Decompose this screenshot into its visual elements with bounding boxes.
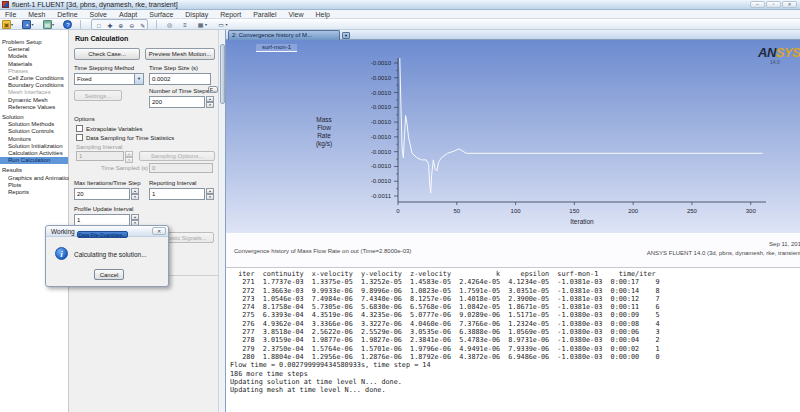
spin-down-icon[interactable]: ▼ xyxy=(206,102,214,108)
tree-item-dynamic-mesh[interactable]: Dynamic Mesh xyxy=(0,97,68,104)
save-case-dropdown-icon[interactable]: ▾ xyxy=(31,19,36,30)
menu-help[interactable]: Help xyxy=(310,10,334,19)
tree-item-mesh-interfaces[interactable]: Mesh Interfaces xyxy=(0,89,68,96)
probe-icon[interactable]: ✎ xyxy=(138,21,147,30)
magnify-icon[interactable]: ◎ xyxy=(165,20,174,29)
pan-icon[interactable]: ✚ xyxy=(105,21,114,30)
panel-scrollbar[interactable] xyxy=(218,30,225,412)
tree-item-models[interactable]: Models xyxy=(0,53,68,60)
time-stepping-method-select[interactable]: Fixed ▼ xyxy=(74,73,144,85)
tree-item-reference-values[interactable]: Reference Values xyxy=(0,104,68,111)
extrapolate-variables-checkbox[interactable] xyxy=(76,125,83,132)
check-case-button[interactable]: Check Case... xyxy=(74,48,140,60)
window-dropdown-icon[interactable]: ▾ xyxy=(226,19,231,30)
tree-item-solution-methods[interactable]: Solution Methods xyxy=(0,121,68,128)
sampling-interval-stepper[interactable]: ▲▼ xyxy=(125,151,133,161)
preview-mesh-motion-button[interactable]: Preview Mesh Motion... xyxy=(145,48,215,60)
tree-item-general[interactable]: General xyxy=(0,46,68,53)
tree-item-graphics-and-animations[interactable]: Graphics and Animations xyxy=(0,175,68,182)
profile-icon[interactable]: ≡ xyxy=(181,20,190,29)
tree-item-calculation-activities[interactable]: Calculation Activities xyxy=(0,150,68,157)
zoom-out-icon[interactable]: ⊖ xyxy=(127,21,136,30)
tab-dropdown-icon[interactable]: ▼ xyxy=(342,32,350,39)
fit-window-icon[interactable]: □ xyxy=(94,21,103,30)
sampling-interval-label: Sampling Interval xyxy=(76,144,122,150)
menu-surface[interactable]: Surface xyxy=(144,10,178,19)
svg-text:-0.0010: -0.0010 xyxy=(371,119,392,125)
close-button[interactable]: ✕ xyxy=(782,1,797,8)
sampling-interval-input[interactable]: 1 xyxy=(76,151,124,161)
menu-parallel[interactable]: Parallel xyxy=(248,10,281,19)
window-title: fluent-1 FLUENT [3d, pbns, dynamesh, rke… xyxy=(12,0,178,9)
spin-down-icon[interactable]: ▼ xyxy=(131,194,139,200)
svg-text:-0.0010: -0.0010 xyxy=(371,104,392,110)
zoom-in-icon[interactable]: ⊕ xyxy=(116,21,125,30)
max-iterations-stepper[interactable]: ▲▼ xyxy=(131,188,139,200)
console-output[interactable]: iter continuity x-velocity y-velocity z-… xyxy=(225,268,800,412)
tree-item-cell-zone-conditions[interactable]: Cell Zone Conditions xyxy=(0,75,68,82)
tree-item-run-calculation[interactable]: Run Calculation xyxy=(0,157,68,164)
svg-text:-0.0010: -0.0010 xyxy=(371,149,392,155)
menu-mesh[interactable]: Mesh xyxy=(23,10,50,19)
data-sampling-checkbox[interactable] xyxy=(76,134,83,141)
svg-text:0: 0 xyxy=(396,208,400,214)
time-stepping-method-label: Time Stepping Method xyxy=(74,65,134,71)
time-sampled-label: Time Sampled (s) xyxy=(101,165,148,171)
tree-item-reports[interactable]: Reports xyxy=(0,189,68,196)
number-of-time-steps-stepper[interactable]: ▲▼ xyxy=(206,96,214,108)
reporting-interval-stepper[interactable]: ▲▼ xyxy=(206,188,214,200)
cancel-button[interactable]: Cancel xyxy=(94,269,124,280)
menu-solve[interactable]: Solve xyxy=(85,10,113,19)
toolbar: ▣▾ ▪▾ ▤▾ ? □✚⊕⊖✎ ◎ ≡ ▦▾ ▭▾ xyxy=(0,19,800,30)
open-case-dropdown-icon[interactable]: ▾ xyxy=(11,19,16,30)
menu-define[interactable]: Define xyxy=(52,10,82,19)
dialog-close-icon[interactable]: ✕ xyxy=(152,227,166,235)
console-line: 186 more time steps xyxy=(226,370,800,378)
number-of-time-steps-input[interactable]: 200 xyxy=(149,96,205,108)
window-icon[interactable]: ▭ xyxy=(217,20,226,29)
panel-title: Run Calculation xyxy=(75,35,128,42)
tree-item-boundary-conditions[interactable]: Boundary Conditions xyxy=(0,82,68,89)
menu-view[interactable]: View xyxy=(283,10,308,19)
help-icon[interactable]: ? xyxy=(63,20,72,29)
chevron-down-icon[interactable]: ▼ xyxy=(134,74,143,84)
tree-item-materials[interactable]: Materials xyxy=(0,61,68,68)
write-data-dropdown-icon[interactable]: ▾ xyxy=(52,19,57,30)
menu-file[interactable]: File xyxy=(0,10,21,19)
tree-item-monitors[interactable]: Monitors xyxy=(0,136,68,143)
time-step-size-input[interactable]: 0.0002 xyxy=(149,73,211,85)
tree-item-solution-controls[interactable]: Solution Controls xyxy=(0,128,68,135)
maximize-button[interactable]: ▫ xyxy=(766,1,781,8)
tree-item-phases[interactable]: Phases xyxy=(0,68,68,75)
sampling-options-button[interactable]: Sampling Options... xyxy=(139,151,215,161)
convergence-plot-area: surf-mon-1 ANSYS 14.0 -0.0010-0.0010-0.0… xyxy=(226,40,800,233)
layout-dropdown-icon[interactable]: ▾ xyxy=(205,19,210,30)
spin-down-icon[interactable]: ▼ xyxy=(125,157,133,163)
layout-icon[interactable]: ▦ xyxy=(196,20,205,29)
f-button[interactable]: F... xyxy=(208,86,218,93)
svg-text:-0.0010: -0.0010 xyxy=(371,90,392,96)
max-iterations-input[interactable]: 20 xyxy=(74,188,130,200)
menu-adapt[interactable]: Adapt xyxy=(114,10,142,19)
save-case-icon[interactable]: ▪ xyxy=(22,20,31,29)
svg-text:300: 300 xyxy=(746,208,757,214)
open-case-icon[interactable]: ▣ xyxy=(2,20,11,29)
tree-item-plots[interactable]: Plots xyxy=(0,182,68,189)
menu-report[interactable]: Report xyxy=(215,10,246,19)
title-bar[interactable]: fluent-1 FLUENT [3d, pbns, dynamesh, rke… xyxy=(0,0,800,10)
tree-item-solution-initialization[interactable]: Solution Initialization xyxy=(0,143,68,150)
console-line: 276 4.9362e-04 3.3366e-06 3.3227e-06 4.0… xyxy=(226,320,800,328)
svg-text:150: 150 xyxy=(569,208,580,214)
tab-convergence-history[interactable]: 2: Convergence history of M... xyxy=(228,30,340,40)
time-sampled-input[interactable]: 0 xyxy=(149,163,213,173)
data-file-quantities-button[interactable]: Data File Quantities... xyxy=(77,231,128,238)
write-data-icon[interactable]: ▤ xyxy=(43,20,52,29)
reporting-interval-input[interactable]: 1 xyxy=(149,188,205,200)
toolbar-separator xyxy=(80,20,81,29)
menu-display[interactable]: Display xyxy=(180,10,213,19)
spin-down-icon[interactable]: ▼ xyxy=(206,194,214,200)
time-stepping-method-value: Fixed xyxy=(75,76,92,82)
data-sampling-label: Data Sampling for Time Statistics xyxy=(86,135,174,141)
minimize-button[interactable]: – xyxy=(750,1,765,8)
settings-button[interactable]: Settings... xyxy=(74,90,122,101)
